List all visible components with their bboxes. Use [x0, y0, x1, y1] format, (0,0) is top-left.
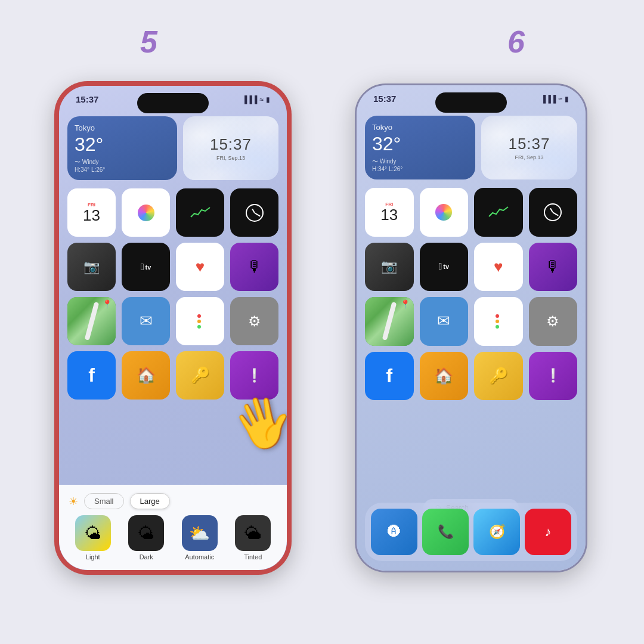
app-health-right[interactable]: ♥	[474, 243, 523, 292]
tv-label-right: tv	[443, 263, 449, 270]
wind-icon: 〜	[75, 159, 82, 165]
clock-widget-right: 15:37 FRI, Sep.13	[481, 116, 577, 179]
weather-widget-left: Tokyo 32° 〜 Windy H:34° L:26°	[67, 116, 177, 180]
left-phone: 15:37 ▐▐▐ ≈ ▮ Tokyo 32° 〜 Windy	[57, 83, 289, 572]
dark-weather-icon: 🌤	[138, 524, 154, 543]
status-icons-right: ▐▐▐ ≈ ▮	[541, 95, 569, 103]
right-phone: 15:37 ▐▐▐ ≈ ▮ Tokyo 32° 〜 Windy	[355, 83, 587, 572]
tinted-weather-icon: 🌥	[244, 524, 261, 543]
passwords-icon-right: 🔑	[489, 367, 508, 385]
home-icon-right: 🏠	[434, 367, 453, 385]
app-camera-right[interactable]: 📷	[365, 243, 414, 292]
weather-city-right: Tokyo	[372, 123, 468, 132]
reminder-right-2	[496, 320, 501, 323]
mail-icon: ✉	[140, 312, 153, 330]
light-weather-icon: 🌤	[85, 524, 101, 543]
apple-icon: 	[141, 262, 144, 273]
widget-option-dark[interactable]: 🌤 Dark	[122, 515, 171, 561]
app-settings-right[interactable]: ⚙	[529, 297, 578, 346]
reminder-item-2	[197, 320, 203, 323]
app-photos-right[interactable]	[420, 188, 469, 237]
app-appletv-right[interactable]:  tv	[420, 243, 469, 292]
app-maps-right[interactable]: 📍	[365, 297, 414, 346]
widget-auto-icon: ⛅	[182, 515, 218, 551]
app-stocks-right[interactable]	[474, 188, 523, 237]
weather-temp-right: 32°	[372, 133, 468, 155]
app-appletv-left[interactable]:  tv	[122, 243, 170, 291]
camera-icon-right: 📷	[381, 259, 397, 274]
app-clock-right[interactable]	[529, 188, 578, 237]
dock-appstore[interactable]: 🅐	[371, 509, 417, 555]
app-stocks-left[interactable]	[176, 188, 224, 237]
battery-icon-right: ▮	[565, 95, 569, 103]
app-facebook-left[interactable]: f	[67, 351, 116, 400]
app-beeper-right[interactable]: ❕	[529, 352, 578, 401]
widget-dark-icon: 🌤	[128, 515, 164, 551]
dock: 🅐 📞 🧭 ♪	[365, 503, 577, 561]
right-phone-wrapper: 15:37 ▐▐▐ ≈ ▮ Tokyo 32° 〜 Windy	[355, 83, 587, 572]
app-camera-left[interactable]: 📷	[67, 243, 116, 291]
passwords-icon: 🔑	[191, 366, 210, 385]
app-podcasts-left[interactable]: 🎙	[230, 243, 278, 291]
app-grid-right: FRI 13	[357, 184, 586, 404]
app-home-right[interactable]: 🏠	[420, 352, 469, 401]
app-reminders-left[interactable]	[176, 297, 224, 345]
clock-hand-minute	[254, 212, 260, 216]
clock-time-left: 15:37	[210, 135, 252, 154]
maps-inner-right: 📍	[365, 297, 414, 346]
health-icon-right: ♥	[494, 258, 503, 276]
app-passwords-right[interactable]: 🔑	[474, 352, 523, 401]
wifi-icon: ≈	[259, 95, 264, 104]
wind-icon-right: 〜	[372, 158, 380, 165]
app-photos-left[interactable]	[122, 188, 170, 237]
weather-city-left: Tokyo	[75, 123, 170, 132]
photos-gradient	[138, 205, 154, 221]
app-mail-left[interactable]: ✉	[122, 297, 170, 345]
settings-icon-right: ⚙	[546, 313, 559, 330]
auto-weather-icon: ⛅	[189, 524, 210, 543]
stocks-chart	[190, 205, 211, 221]
brightness-icon: ☀	[69, 495, 78, 508]
maps-inner: 📍	[67, 297, 116, 345]
maps-road-right	[382, 302, 397, 340]
app-home-left[interactable]: 🏠	[122, 351, 170, 400]
clock-hand-minute-right	[553, 212, 559, 216]
dock-music[interactable]: ♪	[525, 509, 571, 555]
signal-icon: ▐▐▐	[242, 95, 258, 104]
app-reminders-right[interactable]	[474, 297, 523, 346]
widget-option-light[interactable]: 🌤 Light	[69, 515, 117, 561]
clock-inner-right: 15:37 FRI, Sep.13	[508, 135, 550, 160]
stocks-chart-right	[488, 205, 509, 220]
app-maps-left[interactable]: 📍	[67, 297, 116, 345]
widget-tinted-label: Tinted	[244, 553, 262, 561]
maps-pin-right: 📍	[400, 299, 410, 309]
size-large-button[interactable]: Large	[130, 493, 170, 509]
app-settings-left[interactable]: ⚙	[230, 297, 278, 345]
app-mail-right[interactable]: ✉	[420, 297, 469, 346]
main-container: 5 6 15:37 ▐▐▐ ≈ ▮ To	[0, 0, 644, 644]
app-podcasts-right[interactable]: 🎙	[529, 243, 578, 292]
dock-phone[interactable]: 📞	[422, 509, 469, 555]
app-clock-left[interactable]	[230, 188, 278, 237]
left-phone-screen: 15:37 ▐▐▐ ≈ ▮ Tokyo 32° 〜 Windy	[59, 86, 287, 570]
widget-light-icon: 🌤	[75, 515, 111, 551]
clock-widget-left: 15:37 FRI, Sep.13	[183, 116, 278, 180]
panel-controls: ☀ Small Large	[69, 493, 277, 509]
tv-label: tv	[145, 264, 151, 271]
widget-option-tinted[interactable]: 🌥 Tinted	[229, 515, 278, 561]
app-health-left[interactable]: ♥	[176, 243, 224, 291]
podcasts-icon: 🎙	[247, 258, 262, 276]
size-small-button[interactable]: Small	[84, 493, 124, 509]
widget-auto-label: Automatic	[185, 553, 214, 561]
app-calendar-left[interactable]: FRI 13	[67, 188, 116, 237]
app-calendar-right[interactable]: FRI 13	[365, 188, 414, 237]
clock-date-left: FRI, Sep.13	[210, 155, 252, 161]
facebook-icon-right: f	[386, 365, 392, 387]
weather-wind-left: 〜 Windy H:34° L:26°	[75, 158, 170, 173]
app-facebook-right[interactable]: f	[365, 352, 414, 401]
widget-option-auto[interactable]: ⛅ Automatic	[175, 515, 224, 561]
widget-options: 🌤 Light 🌤 Dark ⛅	[69, 515, 277, 561]
safari-icon: 🧭	[489, 524, 505, 540]
dock-safari[interactable]: 🧭	[473, 509, 520, 555]
app-passwords-left[interactable]: 🔑	[176, 351, 224, 400]
